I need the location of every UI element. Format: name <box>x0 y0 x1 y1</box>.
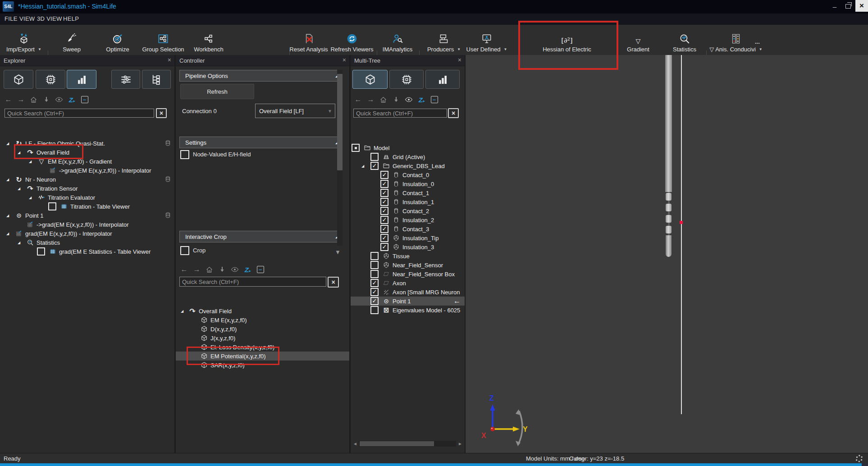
forward-icon[interactable]: → <box>17 96 25 104</box>
tree-row-titration-table-viewer[interactable]: Titration - Table Viewer <box>0 202 174 211</box>
tree-row-contact-1[interactable]: ✓Contact_1 <box>351 188 465 197</box>
tree-row-contact-3[interactable]: ✓Contact_3 <box>351 224 465 233</box>
checkbox-on[interactable]: ✓ <box>380 243 388 251</box>
checkbox-on[interactable]: ✓ <box>380 198 388 206</box>
checkbox-on[interactable]: ✓ <box>370 162 379 170</box>
checkbox-on[interactable]: ✓ <box>370 279 379 287</box>
controller-search-input[interactable] <box>179 277 326 287</box>
explorer-analysis-view-button[interactable] <box>67 70 96 89</box>
tree-row-grid-active[interactable]: Grid (Active) <box>351 152 465 161</box>
toolbar-item-group-selection[interactable]: Group Selection <box>137 26 189 54</box>
zoom-z-icon[interactable]: Z▸ <box>418 96 425 104</box>
tree-row-em-e-x-y-z-f0-gradient[interactable]: ◢▽EM E(x,y,z,f0) - Gradient <box>0 157 174 166</box>
checkbox-on[interactable]: ✓ <box>380 216 388 224</box>
scroll-down-icon[interactable]: ▼ <box>335 249 341 256</box>
checkbox-on[interactable]: ✓ <box>380 207 388 215</box>
checkbox-off[interactable] <box>370 252 379 260</box>
maximize-button[interactable] <box>842 0 854 13</box>
tree-row-grad-em-e-x-y-z-f0-interpolator[interactable]: ->grad(EM E(x,y,z,f0)) - Interpolator <box>0 220 174 229</box>
back-icon[interactable]: ← <box>5 96 12 104</box>
tree-row-nr-neuron[interactable]: ◢↻Nr - Neuron <box>0 175 174 184</box>
tree-row-sar-x-y-z-f0[interactable]: SAR(x,y,z,f0) <box>176 361 349 370</box>
explorer-search-input[interactable] <box>5 109 154 118</box>
toolbar-item-gradient[interactable]: ▽Gradient <box>616 26 661 54</box>
chevron-down-icon[interactable]: ▼ <box>759 47 763 51</box>
menu-help[interactable]: HELP <box>63 15 79 22</box>
settings-section-bar[interactable]: Settings ◢ <box>179 137 343 148</box>
toolbar-item-sweep[interactable]: Sweep <box>50 26 93 54</box>
expand-triangle-icon[interactable]: ◢ <box>18 241 26 245</box>
toolbar-item-imp-export[interactable]: Imp/Export▼ <box>0 26 47 54</box>
explorer-simulation-view-button[interactable] <box>36 70 65 89</box>
zoom-z-icon[interactable]: Z▸ <box>244 266 251 274</box>
toolbar-item-user-defined[interactable]: User Defined▼ <box>458 26 515 54</box>
checkbox-on[interactable]: ✓ <box>380 171 388 179</box>
menu-view[interactable]: VIEW <box>19 15 35 22</box>
tree-row-contact-0[interactable]: ✓Contact_0 <box>351 170 465 179</box>
chevron-down-icon[interactable]: ▼ <box>503 47 507 51</box>
controller-scrollbar-thumb[interactable] <box>337 74 343 170</box>
home-icon[interactable] <box>206 266 213 274</box>
expand-triangle-icon[interactable]: ◢ <box>6 142 14 146</box>
tree-row-grad-em-e-x-y-z-f0-interpolator[interactable]: ->grad(EM E(x,y,z,f0)) - Interpolator <box>0 166 174 175</box>
minimize-button[interactable]: – <box>828 0 841 13</box>
tree-row-generic-dbs-lead[interactable]: ◢✓Generic_DBS_Lead <box>351 161 465 170</box>
multi-tree-model-view-button[interactable] <box>352 70 388 89</box>
tree-row-insulation-1[interactable]: ✓Insulation_1 <box>351 197 465 206</box>
close-icon[interactable]: × <box>343 57 346 63</box>
tree-row-el-loss-density-x-y-z-f0[interactable]: El. Loss Density(x,y,z,f0) <box>176 343 349 352</box>
tree-row-tissue[interactable]: Tissue <box>351 251 465 260</box>
tree-row-grad-em-e-statistics-table-viewer[interactable]: grad(EM E Statistics - Table Viewer <box>0 247 174 256</box>
tree-row-point-1[interactable]: ◢⊙Point 1 <box>0 211 174 220</box>
checkbox-on[interactable]: ✓ <box>370 297 379 305</box>
expand-triangle-icon[interactable]: ◢ <box>6 232 14 236</box>
multi-tree-hscrollbar-thumb[interactable] <box>360 441 434 446</box>
scroll-right-icon[interactable]: ► <box>458 441 462 446</box>
3d-viewport[interactable]: Z Y X <box>466 55 868 453</box>
visibility-eye-icon[interactable] <box>405 96 413 104</box>
checkbox-partial[interactable] <box>352 144 360 152</box>
tree-row-em-potential-x-y-z-f0[interactable]: EM Potential(x,y,z,f0) <box>176 352 349 361</box>
tree-row-j-x-y-z-f0[interactable]: J(x,y,z,f0) <box>176 334 349 343</box>
expand-triangle-icon[interactable]: ◢ <box>6 214 14 218</box>
tree-row-insulation-0[interactable]: ✓Insulation_0 <box>351 179 465 188</box>
checkbox-on[interactable]: ✓ <box>370 288 379 296</box>
checkbox-on[interactable]: ✓ <box>380 180 388 188</box>
multi-tree-search-input[interactable] <box>353 109 447 118</box>
multi-tree-search-clear-button[interactable]: × <box>448 108 459 118</box>
tree-row-titration-evaluator[interactable]: ◢Titration Evaluator <box>0 193 174 202</box>
pipeline-options-section-bar[interactable]: Pipeline Options ◢ <box>179 70 343 82</box>
checkbox-off[interactable] <box>370 270 379 278</box>
tree-row-point-1[interactable]: ✓⊙Point 1← <box>351 297 465 306</box>
move-down-icon[interactable] <box>392 96 400 103</box>
tree-row-near-field-sensor-box[interactable]: Near_Field_Sensor Box <box>351 270 465 279</box>
connection-dropdown[interactable]: Overall Field [LF] ▼ <box>255 104 335 118</box>
tree-row-d-x-y-z-f0[interactable]: D(x,y,z,f0) <box>176 324 349 334</box>
refresh-button[interactable]: Refresh <box>180 84 254 99</box>
multi-tree-simulation-view-button[interactable] <box>389 70 424 89</box>
tree-row-lf-electro-ohmic-quasi-stat[interactable]: ◢↻LF - Electro Ohmic Quasi-Stat. <box>0 139 174 148</box>
move-down-icon[interactable] <box>218 266 226 273</box>
tree-row-titration-sensor[interactable]: ◢↷Titration Sensor <box>0 184 174 193</box>
explorer-model-view-button[interactable] <box>4 70 33 89</box>
multi-tree-analysis-view-button[interactable] <box>425 70 460 89</box>
back-icon[interactable]: ← <box>180 265 188 274</box>
tree-row-axon-small-mrg-neuron[interactable]: ✓Axon [Small MRG Neuron <box>351 288 465 297</box>
collapse-all-icon[interactable]: – <box>430 96 438 103</box>
tree-row-axon[interactable]: ✓Axon <box>351 279 465 288</box>
tree-row-model[interactable]: Model <box>351 143 465 152</box>
menu-file[interactable]: FILE <box>5 15 18 22</box>
explorer-search-clear-button[interactable]: × <box>156 108 167 118</box>
point-1-marker[interactable] <box>680 221 683 224</box>
chevron-down-icon[interactable]: ▼ <box>38 47 41 51</box>
collapse-all-icon[interactable]: – <box>81 96 88 103</box>
tree-row-overall-field[interactable]: ◢↷Overall Field <box>0 148 174 157</box>
visibility-eye-icon[interactable] <box>55 96 63 104</box>
expand-triangle-icon[interactable]: ◢ <box>18 151 26 155</box>
expand-triangle-icon[interactable]: ◢ <box>29 196 37 200</box>
home-icon[interactable] <box>379 96 387 104</box>
close-button[interactable]: × <box>855 0 868 12</box>
tree-row-overall-field[interactable]: ◢↷Overall Field <box>176 306 349 315</box>
tree-row-statistics[interactable]: ◢Statistics <box>0 238 174 247</box>
tree-row-insulation-tip[interactable]: ✓Insulation_Tip <box>351 233 465 242</box>
